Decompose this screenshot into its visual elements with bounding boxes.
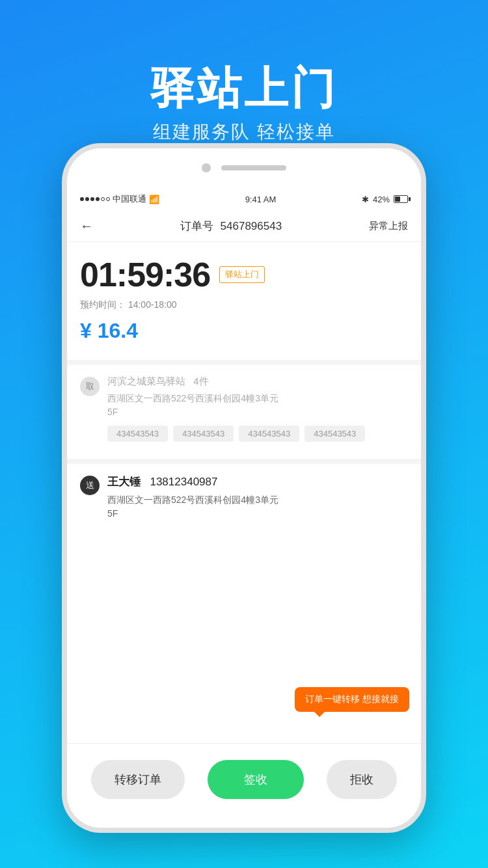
wifi-icon: 📶 (149, 195, 159, 204)
delivery-name: 王大锤 (107, 476, 141, 488)
appointment-time: 预约时间： 14:00-18:00 (80, 299, 408, 311)
back-button[interactable]: ← (80, 219, 93, 234)
transfer-tooltip: 订单一键转移 想接就接 (295, 687, 409, 712)
pickup-tag: 取 (80, 377, 100, 396)
dot3 (90, 197, 94, 201)
pkg-tag-1: 434543543 (107, 426, 168, 442)
service-tag: 驿站上门 (219, 266, 265, 283)
timer-display: 01:59:36 (80, 255, 210, 294)
report-button[interactable]: 异常上报 (369, 220, 408, 232)
order-number: 5467896543 (221, 220, 282, 232)
pkg-tag-3: 434543543 (239, 426, 299, 442)
dot2 (85, 197, 89, 201)
delivery-info: 王大锤 13812340987 西湖区文一西路522号西溪科创园4幢3单元 5F (107, 474, 408, 521)
bluetooth-icon: ✱ (362, 195, 369, 204)
status-bar: 中国联通 📶 9:41 AM ✱ 42% (67, 187, 421, 211)
phone-notch (67, 148, 421, 187)
delivery-name-phone: 王大锤 13812340987 (107, 474, 408, 489)
delivery-phone: 13812340987 (150, 476, 217, 488)
pickup-row: 取 河滨之城菜鸟驿站 4件 西湖区文一西路522号西溪科创园4幢3单元 5F 4… (80, 375, 408, 442)
phone-camera (202, 163, 211, 172)
dot5 (101, 197, 105, 201)
side-button-left1 (62, 278, 64, 311)
sign-button[interactable]: 签收 (208, 760, 304, 799)
battery-percent: 42% (373, 195, 390, 204)
carrier-label: 中国联通 (113, 193, 146, 205)
delivery-row: 送 王大锤 13812340987 西湖区文一西路522号西溪科创园4幢3单元 … (80, 474, 408, 521)
delivery-address: 西湖区文一西路522号西溪科创园4幢3单元 5F (107, 493, 408, 521)
app-header: ← 订单号 5467896543 异常上报 (67, 211, 421, 242)
price-display: ¥ 16.4 (80, 319, 408, 343)
battery-icon (394, 195, 408, 203)
pickup-section: 取 河滨之城菜鸟驿站 4件 西湖区文一西路522号西溪科创园4幢3单元 5F 4… (67, 360, 421, 459)
side-button-left2 (62, 324, 64, 357)
delivery-section: 送 王大锤 13812340987 西湖区文一西路522号西溪科创园4幢3单元 … (67, 459, 421, 537)
bottom-bar: 转移订单 签收 拒收 (67, 743, 421, 828)
dot1 (80, 197, 84, 201)
dot4 (96, 197, 100, 201)
transfer-order-button[interactable]: 转移订单 (91, 760, 185, 799)
hero-title: 驿站上门 (150, 64, 338, 113)
signal-dots (80, 197, 110, 201)
side-button-right (424, 305, 426, 357)
phone-mockup: 中国联通 📶 9:41 AM ✱ 42% ← 订单号 5467896543 异常… (62, 143, 426, 833)
pickup-station: 河滨之城菜鸟驿站 4件 (107, 375, 408, 388)
pkg-tag-4: 434543543 (305, 426, 365, 442)
hero-subtitle: 组建服务队 轻松接单 (153, 120, 335, 144)
status-time: 9:41 AM (245, 195, 277, 204)
status-right: ✱ 42% (362, 195, 408, 204)
pickup-info: 河滨之城菜鸟驿站 4件 西湖区文一西路522号西溪科创园4幢3单元 5F 434… (107, 375, 408, 442)
package-tags: 434543543 434543543 434543543 434543543 (107, 426, 408, 442)
order-label: 订单号 5467896543 (180, 219, 282, 234)
battery-fill (395, 197, 400, 202)
pickup-address: 西湖区文一西路522号西溪科创园4幢3单元 5F (107, 392, 408, 419)
reject-button[interactable]: 拒收 (327, 760, 397, 799)
delivery-tag: 送 (80, 476, 100, 495)
status-left: 中国联通 📶 (80, 193, 159, 205)
dot6 (106, 197, 110, 201)
timer-row: 01:59:36 驿站上门 (80, 255, 408, 294)
scroll-content: 01:59:36 驿站上门 预约时间： 14:00-18:00 ¥ 16.4 取… (67, 242, 421, 813)
pkg-tag-2: 434543543 (173, 426, 234, 442)
phone-speaker (221, 165, 286, 170)
timer-section: 01:59:36 驿站上门 预约时间： 14:00-18:00 ¥ 16.4 (67, 242, 421, 360)
